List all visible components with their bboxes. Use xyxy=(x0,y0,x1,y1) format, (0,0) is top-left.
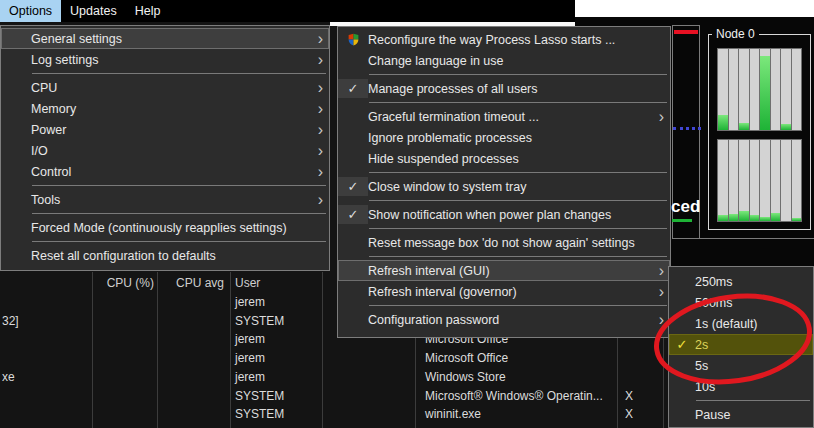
menu-item-gutter xyxy=(1,218,31,237)
core-usage-bar xyxy=(760,49,770,130)
menu-item-gutter xyxy=(1,99,31,118)
general-settings-submenu: Reconfigure the way Process Lasso starts… xyxy=(337,26,671,338)
menu-item-memory[interactable]: Memory› xyxy=(1,98,329,119)
check-icon: ✓ xyxy=(338,177,368,196)
menu-item-label: Ignore problematic processes xyxy=(368,131,532,145)
submenu-arrow-icon: › xyxy=(318,101,323,117)
check-icon: ✓ xyxy=(669,335,695,354)
menu-item-2s[interactable]: ✓2s xyxy=(669,334,813,355)
menu-item-label: Refresh interval (governor) xyxy=(368,285,517,299)
menu-item-hide-suspended-processes[interactable]: Hide suspended processes xyxy=(338,148,670,169)
menu-item-gutter xyxy=(338,233,368,252)
menu-item-label: Show notification when power plan change… xyxy=(368,208,611,222)
menu-item-refresh-interval-gui[interactable]: Refresh interval (GUI)› xyxy=(338,260,670,281)
menu-item-10s[interactable]: 10s xyxy=(669,376,813,397)
menu-separator xyxy=(696,400,810,401)
menu-item-gutter xyxy=(669,293,695,312)
menu-item-label: Reset message box 'do not show again' se… xyxy=(368,236,635,250)
menu-item-i-o[interactable]: I/O› xyxy=(1,140,329,161)
menu-item-label: 500ms xyxy=(695,296,733,310)
menu-item-label: Close window to system tray xyxy=(368,180,526,194)
core-usage-bar xyxy=(729,49,739,130)
check-icon: ✓ xyxy=(338,79,368,98)
menu-item-gutter xyxy=(1,162,31,181)
submenu-arrow-icon: › xyxy=(659,109,664,125)
menubar-item-updates[interactable]: Updates xyxy=(61,0,126,22)
menubar-item-help[interactable]: Help xyxy=(126,0,170,22)
core-usage-fill xyxy=(739,123,749,130)
menu-item-configuration-password[interactable]: Configuration password› xyxy=(338,309,670,330)
menu-bar: OptionsUpdatesHelp xyxy=(0,0,575,22)
menu-item-power[interactable]: Power› xyxy=(1,119,329,140)
menu-item-label: Manage processes of all users xyxy=(368,82,538,96)
menu-item-label: Tools xyxy=(31,193,60,207)
user-cell: SYSTEM xyxy=(235,389,284,403)
menu-item-500ms[interactable]: 500ms xyxy=(669,292,813,313)
node-group-label: Node 0 xyxy=(712,27,759,41)
menu-item-refresh-interval-governor[interactable]: Refresh interval (governor)› xyxy=(338,281,670,302)
core-usage-bar xyxy=(739,140,749,221)
core-usage-bar xyxy=(739,49,749,130)
menu-item-label: Graceful termination timeout ... xyxy=(368,110,539,124)
core-usage-fill xyxy=(760,217,770,221)
menu-item-pause[interactable]: Pause xyxy=(669,404,813,425)
menu-item-gutter xyxy=(1,190,31,209)
user-cell: jerem xyxy=(235,332,265,346)
core-usage-fill xyxy=(718,115,728,130)
menu-item-label: General settings xyxy=(31,32,122,46)
menu-item-5s[interactable]: 5s xyxy=(669,355,813,376)
submenu-arrow-icon: › xyxy=(318,52,323,68)
core-usage-bar xyxy=(771,140,781,221)
menu-item-cpu[interactable]: CPU› xyxy=(1,77,329,98)
menu-item-label: 5s xyxy=(695,359,708,373)
menu-item-label: 10s xyxy=(695,380,715,394)
core-usage-row-top xyxy=(717,48,802,131)
menu-item-ignore-problematic-processes[interactable]: Ignore problematic processes xyxy=(338,127,670,148)
menu-item-log-settings[interactable]: Log settings› xyxy=(1,49,329,70)
menu-item-tools[interactable]: Tools› xyxy=(1,189,329,210)
menu-item-label: 1s (default) xyxy=(695,317,758,331)
menu-item-control[interactable]: Control› xyxy=(1,161,329,182)
menu-item-show-notification-when-power-plan-change[interactable]: ✓Show notification when power plan chang… xyxy=(338,204,670,225)
menu-item-1s-default[interactable]: 1s (default) xyxy=(669,313,813,334)
menubar-item-options[interactable]: Options xyxy=(0,0,61,22)
core-usage-bar xyxy=(771,49,781,130)
menu-item-general-settings[interactable]: General settings› xyxy=(1,28,329,49)
submenu-arrow-icon: › xyxy=(659,284,664,300)
menu-item-label: Refresh interval (GUI) xyxy=(368,264,490,278)
submenu-arrow-icon: › xyxy=(318,31,323,47)
flag-cell: X xyxy=(625,407,633,421)
refresh-interval-submenu: 250ms500ms1s (default)✓2s5s10sPause xyxy=(668,266,814,428)
menu-separator xyxy=(32,73,326,74)
core-usage-fill xyxy=(739,211,749,221)
menu-item-graceful-termination-timeout[interactable]: Graceful termination timeout ...› xyxy=(338,106,670,127)
user-cell: jerem xyxy=(235,295,265,309)
menu-separator xyxy=(369,102,667,103)
menu-item-gutter xyxy=(669,314,695,333)
product-cell: Windows Store xyxy=(425,370,506,384)
column-header-cpu-avg[interactable]: CPU avg xyxy=(176,276,224,290)
menu-item-label: 2s xyxy=(695,338,708,352)
menu-item-close-window-to-system-tray[interactable]: ✓Close window to system tray xyxy=(338,176,670,197)
menu-item-label: Configuration password xyxy=(368,313,499,327)
menu-item-manage-processes-of-all-users[interactable]: ✓Manage processes of all users xyxy=(338,78,670,99)
process-name-fragment: xe xyxy=(2,370,15,384)
menu-item-gutter xyxy=(1,120,31,139)
column-header-cpu[interactable]: CPU (%) xyxy=(107,276,154,290)
submenu-arrow-icon: › xyxy=(318,80,323,96)
core-usage-bar xyxy=(792,49,802,130)
column-header-user[interactable]: User xyxy=(235,276,260,290)
background-window-band xyxy=(575,0,814,17)
product-cell: Microsoft® Windows® Operatin... xyxy=(425,389,603,403)
menu-item-change-language-in-use[interactable]: Change language in use xyxy=(338,50,670,71)
menu-item-forced-mode-continuously-reapplies-setti[interactable]: Forced Mode (continuously reapplies sett… xyxy=(1,217,329,238)
menu-item-reset-message-box-do-not-show-again-sett[interactable]: Reset message box 'do not show again' se… xyxy=(338,232,670,253)
menu-separator xyxy=(369,305,667,306)
menu-item-reset-all-configuration-to-defaults[interactable]: Reset all configuration to defaults xyxy=(1,245,329,266)
core-usage-bar xyxy=(781,140,791,221)
menu-item-reconfigure-the-way-process-lasso-starts[interactable]: Reconfigure the way Process Lasso starts… xyxy=(338,29,670,50)
menu-item-250ms[interactable]: 250ms xyxy=(669,271,813,292)
menu-separator xyxy=(369,228,667,229)
process-name-fragment: 32] xyxy=(2,314,19,328)
core-usage-bar xyxy=(729,140,739,221)
